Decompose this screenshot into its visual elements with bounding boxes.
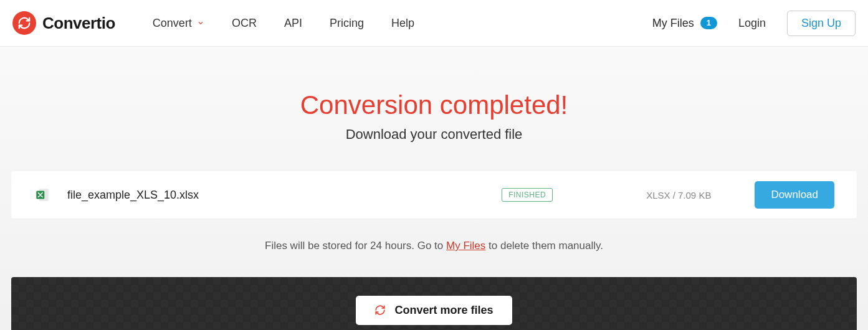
file-meta: XLSX / 7.09 KB [646,190,711,200]
nav-login[interactable]: Login [738,17,766,30]
file-name: file_example_XLS_10.xlsx [67,189,502,202]
nav-help[interactable]: Help [391,17,414,30]
storage-note: Files will be stored for 24 hours. Go to… [0,219,868,277]
download-label: Download [771,189,818,200]
nav-ocr[interactable]: OCR [232,17,257,30]
logo-text: Convertio [42,14,115,33]
my-files-count-badge: 1 [700,17,717,29]
signup-button[interactable]: Sign Up [787,11,856,36]
hero-subtitle: Download your converted file [0,126,868,143]
footer-bar: Convert more files [11,277,857,330]
refresh-icon [374,304,386,316]
logo-icon [12,11,36,35]
hero-title: Conversion completed! [0,90,868,120]
my-files-link[interactable]: My Files [446,240,485,252]
topbar: Convertio Convert OCR API Pricing Help M… [0,0,868,47]
nav-pricing-label: Pricing [330,17,364,30]
hero: Conversion completed! Download your conv… [0,47,868,171]
nav-ocr-label: OCR [232,17,257,30]
status-badge: FINISHED [502,188,553,202]
main-nav: Convert OCR API Pricing Help [153,17,414,30]
note-prefix: Files will be stored for 24 hours. Go to [265,240,446,252]
right-nav: My Files 1 Login Sign Up [652,11,856,36]
download-button[interactable]: Download [755,181,834,209]
chevron-down-icon [197,19,204,27]
convert-more-button[interactable]: Convert more files [356,296,512,325]
file-row: file_example_XLS_10.xlsx FINISHED XLSX /… [11,171,857,219]
nav-help-label: Help [391,17,414,30]
my-files-label: My Files [652,17,694,30]
nav-api-label: API [284,17,302,30]
nav-convert-label: Convert [153,17,192,30]
nav-api[interactable]: API [284,17,302,30]
note-suffix: to delete them manually. [485,240,603,252]
nav-convert[interactable]: Convert [153,17,204,30]
xlsx-file-icon [34,186,51,204]
nav-my-files[interactable]: My Files 1 [652,17,717,30]
login-label: Login [738,17,766,30]
stage: Conversion completed! Download your conv… [0,47,868,330]
signup-label: Sign Up [801,17,841,29]
convert-more-label: Convert more files [394,304,493,317]
logo[interactable]: Convertio [12,11,115,35]
nav-pricing[interactable]: Pricing [330,17,364,30]
